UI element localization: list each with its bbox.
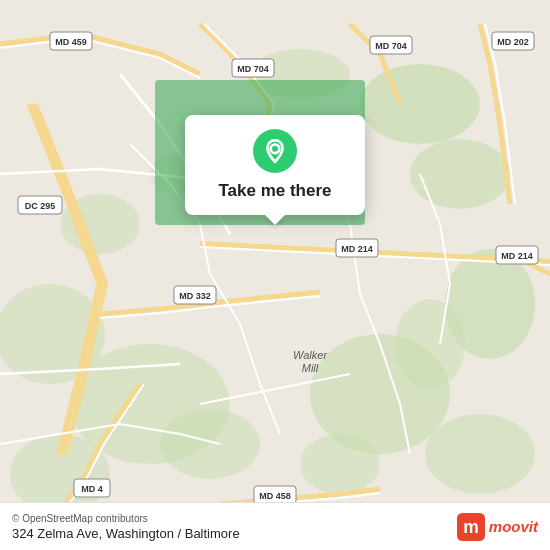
bottom-bar: © OpenStreetMap contributors 324 Zelma A… <box>0 502 550 550</box>
svg-text:MD 4: MD 4 <box>81 484 103 494</box>
map-attribution: © OpenStreetMap contributors <box>12 513 240 524</box>
svg-text:MD 332: MD 332 <box>179 291 211 301</box>
bottom-bar-info: © OpenStreetMap contributors 324 Zelma A… <box>12 513 240 541</box>
svg-text:MD 704: MD 704 <box>237 64 269 74</box>
address-label: 324 Zelma Ave, Washington / Baltimore <box>12 526 240 541</box>
moovit-icon: m <box>457 513 485 541</box>
svg-text:Walker: Walker <box>293 349 328 361</box>
map-container: DC 295 MD 459 MD 704 MD 704 MD 202 MD 21… <box>0 0 550 550</box>
moovit-brand-text: moovit <box>489 518 538 535</box>
take-me-there-button[interactable]: Take me there <box>218 179 331 203</box>
svg-point-13 <box>395 299 465 389</box>
svg-point-9 <box>300 434 380 494</box>
svg-point-8 <box>425 414 535 494</box>
svg-text:MD 704: MD 704 <box>375 41 407 51</box>
svg-point-0 <box>360 64 480 144</box>
svg-text:MD 202: MD 202 <box>497 37 529 47</box>
svg-text:MD 458: MD 458 <box>259 491 291 501</box>
svg-text:MD 214: MD 214 <box>501 251 533 261</box>
pin-icon <box>262 138 288 164</box>
location-popup: Take me there <box>185 115 365 215</box>
moovit-logo: m moovit <box>457 513 538 541</box>
svg-text:MD 459: MD 459 <box>55 37 87 47</box>
svg-text:m: m <box>463 517 479 537</box>
svg-text:Mill: Mill <box>302 362 319 374</box>
svg-point-1 <box>410 139 510 209</box>
svg-point-7 <box>160 409 260 479</box>
svg-text:DC 295: DC 295 <box>25 201 56 211</box>
svg-point-36 <box>271 145 280 154</box>
location-pin <box>253 129 297 173</box>
svg-text:MD 214: MD 214 <box>341 244 373 254</box>
